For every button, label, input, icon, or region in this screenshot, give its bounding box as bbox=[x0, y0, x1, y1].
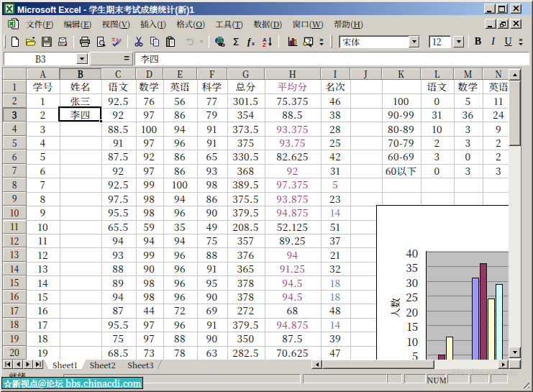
cell-F7[interactable]: 93 bbox=[197, 164, 227, 177]
cell-A6[interactable]: 5 bbox=[27, 150, 59, 163]
cell-G17[interactable]: 272 bbox=[227, 304, 264, 316]
chart-wizard-button[interactable] bbox=[285, 35, 301, 49]
column-header-D[interactable]: D bbox=[136, 68, 164, 80]
column-header-F[interactable]: F bbox=[197, 68, 227, 80]
row-header-9[interactable]: 9 bbox=[3, 192, 27, 206]
undo-dropdown[interactable] bbox=[197, 35, 206, 49]
cell-G10[interactable]: 379.5 bbox=[227, 206, 264, 219]
row-header-18[interactable]: 18 bbox=[3, 318, 27, 332]
cell-F14[interactable]: 91 bbox=[197, 262, 227, 275]
cell-D1[interactable]: 数学 bbox=[136, 80, 163, 93]
cell-F20[interactable]: 63 bbox=[197, 346, 227, 359]
row-header-17[interactable]: 17 bbox=[3, 304, 27, 317]
cell-E2[interactable]: 56 bbox=[163, 94, 196, 106]
cell-E6[interactable]: 86 bbox=[163, 150, 196, 163]
paste-function-button[interactable]: fx bbox=[244, 35, 260, 49]
cell-D9[interactable]: 98 bbox=[136, 192, 163, 205]
cell-D10[interactable]: 98 bbox=[136, 206, 163, 219]
cell-L7[interactable]: 0 bbox=[421, 164, 453, 177]
cell-E7[interactable]: 86 bbox=[163, 164, 196, 177]
cell-I12[interactable]: 37 bbox=[321, 234, 350, 247]
cell-N4[interactable]: 9 bbox=[483, 122, 509, 135]
cell-D3[interactable]: 97 bbox=[136, 108, 163, 121]
fill-handle[interactable] bbox=[99, 119, 102, 122]
cell-C17[interactable]: 87 bbox=[101, 304, 135, 316]
cell-D14[interactable]: 90 bbox=[136, 262, 163, 275]
cell-I14[interactable]: 32 bbox=[321, 262, 350, 275]
formula-input[interactable]: 李四 bbox=[135, 52, 529, 65]
cell-H13[interactable]: 94 bbox=[265, 247, 320, 260]
cell-E16[interactable]: 96 bbox=[163, 290, 196, 303]
cell-E17[interactable]: 72 bbox=[163, 304, 196, 316]
cell-H1[interactable]: 平均分 bbox=[265, 80, 320, 93]
cell-I16[interactable]: 18 bbox=[321, 290, 350, 303]
name-box[interactable]: B3 bbox=[4, 52, 89, 65]
cell-C2[interactable]: 92.5 bbox=[101, 94, 135, 106]
cell-L3[interactable]: 31 bbox=[421, 108, 453, 121]
cell-C4[interactable]: 88.5 bbox=[101, 122, 135, 135]
row-header-3[interactable]: 3 bbox=[3, 108, 27, 122]
cell-E9[interactable]: 94 bbox=[163, 192, 196, 205]
cell-M3[interactable]: 36 bbox=[454, 108, 482, 121]
open-button[interactable] bbox=[23, 35, 39, 49]
cell-I7[interactable]: 31 bbox=[321, 164, 350, 177]
menu-item-data[interactable]: 数据(D) bbox=[248, 16, 287, 32]
row-header-20[interactable]: 20 bbox=[3, 346, 27, 360]
cell-A12[interactable]: 11 bbox=[27, 234, 59, 247]
cell-C18[interactable]: 95.5 bbox=[101, 318, 135, 331]
cell-G3[interactable]: 354 bbox=[227, 108, 264, 121]
column-header-B[interactable]: B bbox=[60, 68, 101, 80]
cell-M1[interactable]: 数学 bbox=[454, 80, 482, 93]
cell-G14[interactable]: 365 bbox=[227, 262, 264, 275]
menu-item-tools[interactable]: 工具(T) bbox=[210, 16, 248, 32]
cell-F15[interactable]: 95 bbox=[197, 275, 227, 288]
maximize-button[interactable] bbox=[496, 4, 508, 14]
cell-L5[interactable]: 2 bbox=[421, 136, 453, 149]
row-header-12[interactable]: 12 bbox=[3, 234, 27, 247]
cell-A1[interactable]: 学号 bbox=[27, 80, 59, 93]
cell-E10[interactable]: 96 bbox=[163, 206, 196, 219]
cell-C12[interactable]: 94 bbox=[101, 234, 135, 247]
cell-I13[interactable]: 21 bbox=[321, 247, 350, 260]
sheet-tab-sheet2[interactable]: Sheet2 bbox=[81, 360, 124, 369]
cell-I3[interactable]: 38 bbox=[321, 108, 350, 121]
cell-I1[interactable]: 名次 bbox=[321, 80, 350, 93]
cell-N7[interactable]: 3 bbox=[483, 164, 509, 177]
cell-C8[interactable]: 92.5 bbox=[101, 178, 135, 191]
cell-A16[interactable]: 15 bbox=[27, 290, 59, 303]
cell-C1[interactable]: 语文 bbox=[101, 80, 135, 93]
cell-C9[interactable]: 97.5 bbox=[101, 192, 135, 205]
cell-D15[interactable]: 98 bbox=[136, 275, 163, 288]
cell-I5[interactable]: 25 bbox=[321, 136, 350, 149]
cell-G7[interactable]: 368 bbox=[227, 164, 264, 177]
cell-G5[interactable]: 375 bbox=[227, 136, 264, 149]
cell-I2[interactable]: 46 bbox=[321, 94, 350, 106]
cell-G20[interactable]: 282.5 bbox=[227, 346, 264, 359]
cell-A5[interactable]: 4 bbox=[27, 136, 59, 149]
row-header-14[interactable]: 14 bbox=[3, 262, 27, 275]
autosum-button[interactable]: Σ bbox=[228, 35, 244, 49]
cell-I9[interactable]: 23 bbox=[321, 192, 350, 205]
cell-H12[interactable]: 89.25 bbox=[265, 234, 320, 247]
cell-I17[interactable]: 48 bbox=[321, 304, 350, 316]
cell-D4[interactable]: 100 bbox=[136, 122, 163, 135]
column-header-H[interactable]: H bbox=[265, 68, 321, 80]
cell-H10[interactable]: 94.875 bbox=[265, 206, 320, 219]
italic-button[interactable]: I bbox=[486, 35, 501, 49]
cell-K3[interactable]: 90-99 bbox=[382, 108, 420, 121]
cell-I4[interactable]: 28 bbox=[321, 122, 350, 135]
cell-C3[interactable]: 92 bbox=[101, 108, 135, 121]
font-size-combo[interactable]: 12 bbox=[429, 35, 451, 48]
cell-L4[interactable]: 10 bbox=[421, 122, 453, 135]
undo-button[interactable] bbox=[181, 35, 197, 49]
cell-H18[interactable]: 94.875 bbox=[265, 318, 320, 331]
cell-G15[interactable]: 378 bbox=[227, 275, 264, 288]
cell-E18[interactable]: 96 bbox=[163, 318, 196, 331]
cell-H16[interactable]: 94.5 bbox=[265, 290, 320, 303]
cell-N2[interactable]: 11 bbox=[483, 94, 509, 106]
cell-E20[interactable]: 78 bbox=[163, 346, 196, 359]
cell-E11[interactable]: 35 bbox=[163, 220, 196, 233]
cell-C10[interactable]: 95.5 bbox=[101, 206, 135, 219]
cell-D13[interactable]: 99 bbox=[136, 247, 163, 260]
paste-button[interactable] bbox=[163, 35, 178, 49]
